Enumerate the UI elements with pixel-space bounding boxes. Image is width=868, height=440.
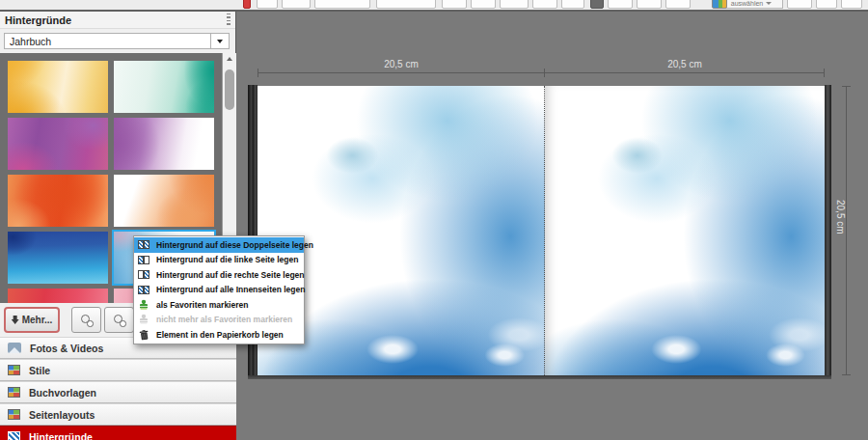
double-page-hatched-icon	[137, 240, 150, 249]
sidebar-item-label: Stile	[29, 365, 50, 376]
book-bottom-edge	[248, 375, 831, 379]
measure-tick	[544, 69, 545, 77]
context-menu-item-5[interactable]: als Favoriten markieren	[134, 297, 304, 313]
context-menu-item-7[interactable]: Element in den Papierkorb legen	[134, 327, 304, 343]
layout-grid-icon	[8, 409, 20, 420]
right-page-hatched-icon	[137, 270, 150, 279]
panel-drag-handle-icon[interactable]	[227, 14, 231, 27]
magnifier-plus-icon	[113, 314, 126, 327]
thumbnail-red-orange-watercolor[interactable]	[8, 175, 108, 227]
context-menu-item-label: Hintergrund auf alle Innenseiten legen	[156, 285, 305, 294]
thumbnail-teal-green-watercolor[interactable]	[114, 61, 214, 113]
sidebar-item-seitenlayouts[interactable]: Seitenlayouts	[0, 403, 236, 426]
context-menu-item-label: Hintergrund auf die rechte Seite legen	[156, 270, 305, 280]
context-menu-item-label: Element in den Papierkorb legen	[156, 330, 284, 340]
measure-tick	[842, 86, 851, 87]
page-height-label: 20,5 cm	[835, 200, 846, 234]
toolbar-button-partial[interactable]	[257, 0, 278, 9]
measure-tick	[842, 374, 851, 375]
toolbar-button-partial[interactable]	[561, 0, 584, 9]
context-menu-item-label: Hintergrund auf die linke Seite legen	[156, 255, 298, 264]
thumbnail-dark-blue-cyan-watercolor[interactable]	[8, 232, 108, 284]
context-menu-item-6: nicht mehr als Favoriten markieren	[134, 313, 304, 328]
toolbar-button-partial[interactable]	[637, 0, 662, 9]
panel-header: Hintergründe	[0, 12, 235, 29]
toolbar-button-partial[interactable]	[841, 0, 862, 9]
zoom-out-button[interactable]	[71, 307, 101, 333]
page-seam	[544, 86, 545, 375]
editor-canvas: 20,5 cm 20,5 cm 20,5 cm	[237, 12, 868, 440]
width-measure-line-left	[258, 72, 545, 73]
top-toolbar: auswählen	[0, 0, 868, 12]
photo-icon	[8, 343, 21, 353]
sidebar-item-stile[interactable]: Stile	[0, 359, 236, 381]
panel-title: Hintergründe	[5, 14, 71, 26]
toolbar-button-partial[interactable]	[665, 0, 691, 9]
toolbar-button-partial[interactable]	[590, 0, 604, 9]
context-menu-item-label: nicht mehr als Favoriten markieren	[156, 315, 292, 324]
context-menu-item-label: Hintergrund auf diese Doppelseite legen	[156, 240, 313, 250]
toolbar-button-partial[interactable]	[816, 0, 837, 9]
toolbar-button-partial[interactable]	[712, 0, 727, 9]
toolbar-button-partial[interactable]	[282, 0, 311, 9]
sidebar-item-label: Seitenlayouts	[29, 409, 95, 421]
measure-tick	[258, 69, 258, 77]
layout-grid-icon	[8, 365, 20, 375]
right-page[interactable]	[545, 86, 825, 375]
panel-accordion: Fotos & VideosStileBuchvorlagenSeitenlay…	[0, 337, 236, 440]
toolbar-button-partial[interactable]	[500, 0, 529, 9]
toolbar-select-dropdown[interactable]: auswählen	[719, 0, 783, 9]
hatched-background-icon	[8, 431, 20, 440]
toolbar-button-partial[interactable]	[532, 0, 557, 9]
thumbnail-violet-white-watercolor[interactable]	[114, 118, 214, 170]
more-button-label: Mehr...	[22, 315, 53, 325]
thumbnail-orange-white-watercolor[interactable]	[114, 175, 214, 227]
toolbar-button-partial[interactable]	[442, 0, 467, 9]
download-icon	[12, 316, 19, 324]
layout-grid-icon	[8, 387, 20, 398]
left-page-width-label: 20,5 cm	[258, 59, 545, 69]
more-backgrounds-button[interactable]: Mehr...	[4, 307, 60, 333]
left-page-hatched-icon	[137, 256, 150, 264]
book-right-edge	[825, 85, 831, 377]
favorite-stamp-icon	[137, 299, 150, 311]
context-menu-item-label: als Favoriten markieren	[156, 300, 248, 310]
toolbar-button-partial[interactable]	[471, 0, 496, 9]
width-measure-line-right	[545, 72, 825, 73]
sidebar-item-label: Buchvorlagen	[29, 387, 96, 399]
toolbar-button-partial[interactable]	[376, 0, 436, 9]
chevron-down-icon	[766, 2, 772, 5]
measure-tick	[824, 69, 825, 77]
sidebar-item-label: Fotos & Videos	[30, 343, 103, 354]
backgrounds-panel: Hintergründe Jahrbuch Mehr... Fotos & Vi…	[0, 12, 236, 440]
context-menu-item-1[interactable]: Hintergrund auf diese Doppelseite legen	[134, 237, 304, 253]
scroll-up-icon[interactable]	[223, 53, 236, 65]
double-page-hatched-icon	[137, 286, 150, 294]
toolbar-button-partial[interactable]	[787, 0, 812, 9]
height-measure-line	[846, 86, 847, 375]
sidebar-item-hintergründe[interactable]: Hintergründe	[0, 426, 236, 440]
toolbar-button-partial[interactable]	[608, 0, 633, 9]
favorite-stamp-icon	[137, 314, 150, 325]
category-dropdown-value: Jahrbuch	[10, 36, 51, 47]
trash-icon	[137, 329, 150, 341]
context-menu-item-3[interactable]: Hintergrund auf die rechte Seite legen	[134, 267, 304, 283]
right-page-width-label: 20,5 cm	[545, 59, 825, 69]
toolbar-select-label: auswählen	[731, 0, 763, 7]
thumbnail-yellow-orange-watercolor[interactable]	[8, 61, 108, 113]
context-menu-item-4[interactable]: Hintergrund auf alle Innenseiten legen	[134, 283, 304, 298]
scrollbar-thumb[interactable]	[225, 69, 234, 110]
thumbnail-purple-magenta-watercolor[interactable]	[8, 118, 108, 170]
toolbar-button-partial[interactable]	[314, 0, 370, 9]
dropdown-arrow-button[interactable]	[210, 34, 229, 48]
thumbnail-red-pink-watercolor[interactable]	[8, 289, 108, 303]
zoom-in-button[interactable]	[104, 307, 134, 333]
toolbar-button-partial[interactable]	[243, 0, 251, 9]
context-menu-item-2[interactable]: Hintergrund auf die linke Seite legen	[134, 253, 304, 268]
sidebar-item-label: Hintergründe	[29, 431, 93, 440]
chevron-down-icon	[217, 40, 223, 43]
sidebar-item-buchvorlagen[interactable]: Buchvorlagen	[0, 381, 236, 403]
magnifier-minus-icon	[80, 314, 94, 327]
category-dropdown[interactable]: Jahrbuch	[4, 33, 230, 49]
context-menu: Hintergrund auf diese Doppelseite legenH…	[133, 235, 305, 344]
